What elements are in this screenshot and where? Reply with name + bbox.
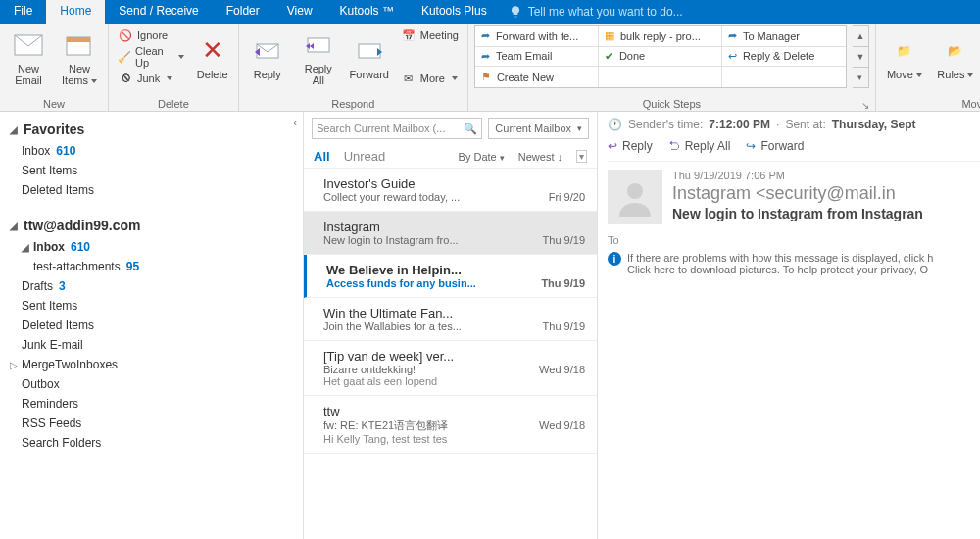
junk-button[interactable]: 🛇Junk (115, 69, 187, 88)
nav-merge-inboxes[interactable]: ▷MergeTwoInboxes (0, 355, 303, 374)
msg-date: Wed 9/18 (539, 419, 585, 431)
ignore-button[interactable]: 🚫Ignore (115, 25, 187, 45)
nav-inbox[interactable]: ◢Inbox610 (0, 237, 303, 257)
qs-create-new[interactable]: ⚑Create New (475, 67, 599, 87)
reading-reply-all-button[interactable]: ⮌Reply All (668, 139, 731, 153)
nav-reminders[interactable]: Reminders (0, 394, 303, 414)
message-subject: New login to Instagram from Instagran (672, 206, 980, 221)
forward-button[interactable]: Forward (347, 25, 392, 90)
tell-me-search[interactable]: Tell me what you want to do... (501, 0, 683, 24)
tab-send-receive[interactable]: Send / Receive (105, 0, 212, 24)
tab-folder[interactable]: Folder (213, 0, 273, 24)
collapse-nav-icon[interactable]: ‹ (293, 116, 297, 129)
calendar-icon (64, 29, 95, 61)
search-icon: 🔍 (464, 122, 477, 135)
sort-newest[interactable]: Newest ↓ (518, 151, 563, 163)
tab-file[interactable]: File (0, 0, 46, 24)
msg-subject: Collect your reward today, ... (323, 191, 460, 203)
sort-by-date[interactable]: By Date ▾ (459, 151, 505, 163)
senders-time-value: 7:12:00 PM (709, 118, 770, 131)
message-item[interactable]: InstagramNew login to Instagram fro...Th… (304, 212, 597, 255)
delete-icon: ✕ (197, 35, 228, 67)
search-scope-dropdown[interactable]: Current Mailbox▾ (488, 118, 589, 139)
tab-home[interactable]: Home (46, 0, 105, 24)
group-respond-label: Respond (245, 97, 462, 111)
favorites-header[interactable]: ◢Favorites (0, 118, 303, 141)
team-icon: ➦ (481, 50, 490, 63)
search-input[interactable]: Search Current Mailbox (...🔍 (312, 118, 482, 139)
nav-junk[interactable]: Junk E-mail (0, 335, 303, 355)
message-item[interactable]: We Believe in Helpin...Access funds for … (304, 255, 597, 298)
qs-bulk-reply[interactable]: ▦bulk reply - pro... (599, 26, 722, 47)
chevron-down-icon: ◢ (10, 124, 18, 135)
svg-rect-5 (359, 44, 380, 58)
msg-from: Win the Ultimate Fan... (323, 306, 585, 320)
message-item[interactable]: Investor's GuideCollect your reward toda… (304, 169, 597, 212)
message-item[interactable]: ttwfw: RE: KTE21语言包翻译Wed 9/18Hi Kelly Ta… (304, 396, 597, 454)
nav-sent[interactable]: Sent Items (0, 296, 303, 316)
qs-expand[interactable]: ▾ (853, 68, 868, 87)
qs-done[interactable]: ✔Done (599, 47, 722, 68)
list-expand-icon[interactable]: ▾ (576, 150, 587, 163)
new-email-button[interactable]: New Email (6, 25, 51, 90)
msg-date: Fri 9/20 (549, 191, 585, 203)
tab-kutools-plus[interactable]: Kutools Plus (408, 0, 501, 24)
junk-icon: 🛇 (118, 71, 133, 86)
cleanup-button[interactable]: 🧹Clean Up (115, 47, 187, 67)
clock-icon: 🕐 (608, 118, 622, 131)
filter-all-tab[interactable]: All (314, 149, 330, 164)
nav-deleted[interactable]: Deleted Items (0, 316, 303, 335)
tab-view[interactable]: View (273, 0, 326, 24)
group-move-label: Move (882, 97, 980, 111)
reading-pane: 🕐 Sender's time: 7:12:00 PM · Sent at: T… (598, 112, 980, 539)
message-item[interactable]: Win the Ultimate Fan...Join the Wallabie… (304, 298, 597, 341)
nav-drafts[interactable]: Drafts3 (0, 276, 303, 296)
msg-subject: Bizarre ontdekking! (323, 364, 416, 375)
quicksteps-launcher[interactable]: ↘ (861, 100, 869, 111)
msg-from: Investor's Guide (323, 176, 585, 191)
msg-from: We Believe in Helpin... (326, 263, 585, 277)
account-header[interactable]: ◢ttw@addin99.com (0, 214, 303, 237)
to-manager-icon: ➦ (728, 29, 737, 42)
delete-button[interactable]: ✕ Delete (193, 25, 232, 90)
reply-all-button[interactable]: Reply All (296, 25, 341, 90)
rules-icon: 📂 (940, 35, 971, 67)
rules-button[interactable]: 📂Rules (933, 25, 978, 90)
reply-icon (252, 35, 283, 67)
fav-sent[interactable]: Sent Items (0, 161, 303, 180)
move-button[interactable]: 📁Move (882, 25, 927, 90)
qs-scroll-up[interactable]: ▲ (853, 26, 868, 47)
meeting-button[interactable]: 📅Meeting (398, 25, 462, 45)
qs-forward-with-text[interactable]: ➦Forward with te... (475, 26, 599, 47)
tab-kutools[interactable]: Kutools ™ (326, 0, 408, 24)
qs-reply-delete[interactable]: ↩Reply & Delete (722, 47, 846, 68)
more-respond-button[interactable]: ✉More (398, 69, 462, 88)
info-icon: i (608, 252, 621, 266)
reply-button[interactable]: Reply (245, 25, 290, 90)
quick-steps-gallery: ➦Forward with te... ▦bulk reply - pro...… (474, 25, 847, 88)
nav-search-folders[interactable]: Search Folders (0, 433, 303, 453)
reading-forward-button[interactable]: ↪Forward (746, 139, 804, 153)
reply-delete-icon: ↩ (728, 50, 737, 63)
nav-outbox[interactable]: Outbox (0, 374, 303, 394)
lightbulb-icon (509, 5, 522, 19)
svg-rect-4 (308, 38, 329, 52)
message-to-line: To (608, 232, 980, 248)
info-bar[interactable]: i If there are problems with how this me… (608, 248, 980, 279)
fav-inbox[interactable]: Inbox610 (0, 141, 303, 161)
fav-deleted[interactable]: Deleted Items (0, 180, 303, 200)
msg-date: Wed 9/18 (539, 364, 585, 375)
qs-scroll-down[interactable]: ▼ (853, 47, 868, 68)
svg-point-6 (627, 183, 643, 199)
message-item[interactable]: [Tip van de week] ver...Bizarre ontdekki… (304, 341, 597, 396)
reading-reply-button[interactable]: ↩Reply (608, 139, 653, 153)
nav-test-attachments[interactable]: test-attachments95 (0, 257, 303, 276)
bulk-icon: ▦ (605, 29, 614, 42)
new-items-button[interactable]: New Items (57, 25, 102, 90)
group-new-label: New (6, 97, 102, 111)
qs-to-manager[interactable]: ➦To Manager (722, 26, 846, 47)
nav-rss[interactable]: RSS Feeds (0, 414, 303, 433)
filter-unread-tab[interactable]: Unread (344, 149, 386, 164)
msg-from: Instagram (323, 220, 585, 234)
qs-team-email[interactable]: ➦Team Email (475, 47, 599, 68)
